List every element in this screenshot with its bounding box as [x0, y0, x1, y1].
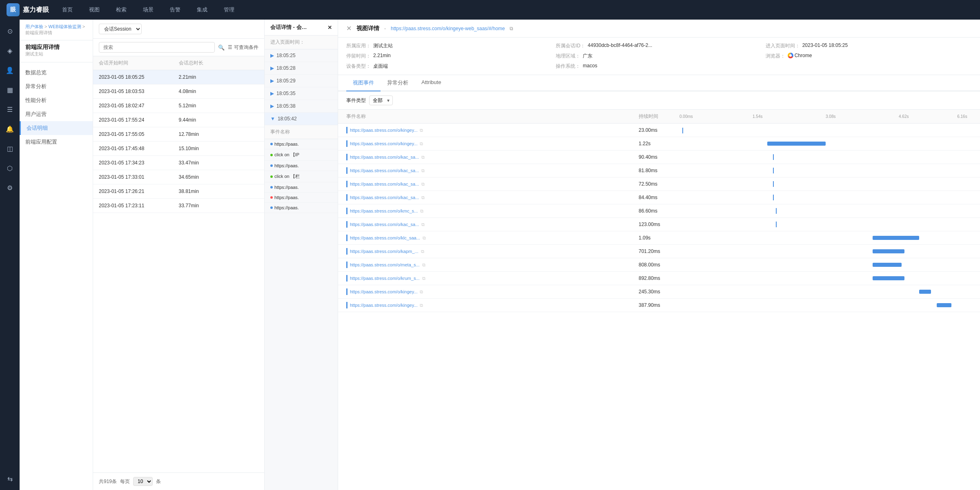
- sidebar-icon-list[interactable]: ☰: [3, 103, 16, 116]
- view-url[interactable]: https://paas.stress.com/o/kingeye-web_sa…: [391, 26, 505, 31]
- sidebar-icon-user[interactable]: 👤: [3, 64, 16, 77]
- menu-session[interactable]: 会话明细: [20, 121, 93, 135]
- sidebar-icon-monitor[interactable]: ◈: [3, 44, 16, 57]
- session-row[interactable]: 2023-01-05 17:34:23 33.47min: [93, 156, 264, 170]
- chrome-circle-icon: [788, 53, 793, 58]
- menu-performance[interactable]: 性能分析: [20, 93, 93, 107]
- event-item[interactable]: https://paas.stress.com/o/kac_sa... ⧉ 12…: [338, 218, 980, 231]
- copy-icon[interactable]: ⧉: [420, 289, 423, 295]
- timeline-row[interactable]: ▶ 18:05:38: [265, 100, 338, 113]
- session-row[interactable]: 2023-01-05 17:26:21 38.81min: [93, 184, 264, 199]
- event-item[interactable]: https://paas.stress.com/o/kac_sa... ⧉ 81…: [338, 164, 980, 177]
- session-row[interactable]: 2023-01-05 17:23:11 33.77min: [93, 199, 264, 213]
- event-item[interactable]: https://paas.stress.com/o/kac_sa... ⧉ 84…: [338, 191, 980, 204]
- event-item[interactable]: https://paas.stress.com/o/kmc_s... ⧉ 86.…: [338, 204, 980, 218]
- menu-data-overview[interactable]: 数据总览: [20, 66, 93, 80]
- event-indicator: [346, 167, 347, 174]
- event-row[interactable]: https://paas.: [265, 203, 338, 213]
- tab-view-events[interactable]: 视图事件: [346, 75, 381, 91]
- sidebar-icon-table[interactable]: ▦: [3, 83, 16, 96]
- session-row[interactable]: 2023-01-05 18:02:47 5.12min: [93, 99, 264, 113]
- event-row[interactable]: click on 【栏: [265, 171, 338, 182]
- menu-user-ops[interactable]: 用户运营: [20, 107, 93, 121]
- sidebar-icon-database[interactable]: ◫: [3, 142, 16, 155]
- close-session-detail[interactable]: ✕: [327, 24, 332, 31]
- page-subtitle: 测试主站: [25, 51, 87, 57]
- nav-search[interactable]: 检索: [113, 4, 130, 15]
- copy-icon[interactable]: ⧉: [421, 222, 425, 227]
- meta-browser: 浏览器： Chrome: [766, 53, 972, 60]
- copy-icon[interactable]: ⧉: [421, 168, 425, 173]
- event-item[interactable]: https://paas.stress.com/o/kingey... ⧉ 24…: [338, 285, 980, 299]
- bar: [873, 236, 920, 240]
- tab-attribute[interactable]: Attribute: [415, 75, 448, 91]
- menu-config[interactable]: 前端应用配置: [20, 135, 93, 149]
- event-type-select[interactable]: 全部: [369, 95, 393, 105]
- session-row[interactable]: 2023-01-05 18:03:53 4.08min: [93, 84, 264, 99]
- session-type-select[interactable]: 会话Session: [99, 24, 142, 34]
- copy-url-icon[interactable]: ⧉: [510, 26, 513, 31]
- session-row[interactable]: 2023-01-05 17:45:48 15.10min: [93, 142, 264, 156]
- copy-icon[interactable]: ⧉: [423, 235, 426, 241]
- nav-view[interactable]: 视图: [86, 4, 103, 15]
- nav-home[interactable]: 首页: [59, 4, 76, 15]
- timeline-row[interactable]: ▶ 18:05:25: [265, 49, 338, 62]
- nav-manage[interactable]: 管理: [220, 4, 238, 15]
- event-item[interactable]: https://paas.stress.com/o/kac_sa... ⧉ 72…: [338, 177, 980, 191]
- close-view-detail-button[interactable]: ✕: [346, 24, 352, 32]
- sidebar-icon-shield[interactable]: ⬡: [3, 162, 16, 175]
- nav-scene[interactable]: 场景: [140, 4, 157, 15]
- per-page-select[interactable]: 10: [133, 477, 153, 486]
- event-item[interactable]: https://paas.stress.com/o/krum_s... ⧉ 89…: [338, 272, 980, 285]
- filter-button[interactable]: ☰ 可查询条件: [228, 44, 258, 51]
- event-row[interactable]: https://paas.: [265, 139, 338, 149]
- timeline-row[interactable]: ▶ 18:05:35: [265, 87, 338, 100]
- sidebar-icon-settings[interactable]: ⚙: [3, 181, 16, 194]
- timeline-row[interactable]: ▶ 18:05:29: [265, 75, 338, 87]
- timeline-row[interactable]: ▶ 18:05:28: [265, 62, 338, 75]
- event-indicator: [346, 248, 347, 255]
- session-row[interactable]: 2023-01-05 18:05:25 2.21min: [93, 70, 264, 84]
- session-row[interactable]: 2023-01-05 17:33:01 34.65min: [93, 170, 264, 184]
- nav-alert[interactable]: 告警: [167, 4, 184, 15]
- timeline-col-header: 进入页面时间：: [265, 35, 338, 49]
- sidebar-icon-home[interactable]: ⊙: [3, 24, 16, 38]
- session-row[interactable]: 2023-01-05 17:55:24 9.44min: [93, 113, 264, 127]
- event-item[interactable]: https://paas.stress.com/o/kac_sa... ⧉ 90…: [338, 151, 980, 164]
- event-row[interactable]: click on 【IP: [265, 149, 338, 161]
- nav-integration[interactable]: 集成: [194, 4, 211, 15]
- copy-icon[interactable]: ⧉: [421, 155, 425, 160]
- events-table-header: 事件名称 持续时间 0.00ms 1.54s 3.08s 4.62s 6.16s: [338, 110, 980, 124]
- event-row[interactable]: https://paas.: [265, 182, 338, 193]
- copy-icon[interactable]: ⧉: [420, 128, 423, 133]
- copy-icon[interactable]: ⧉: [420, 141, 423, 146]
- event-item[interactable]: https://paas.stress.com/o/kingey... ⧉ 1.…: [338, 137, 980, 151]
- event-item[interactable]: https://paas.stress.com/o/kingey... ⧉ 38…: [338, 299, 980, 312]
- copy-icon[interactable]: ⧉: [420, 208, 423, 214]
- breadcrumb-web[interactable]: WEB端体验监测: [49, 24, 81, 29]
- event-dot: [270, 164, 273, 167]
- copy-icon[interactable]: ⧉: [421, 249, 424, 254]
- copy-icon[interactable]: ⧉: [422, 276, 425, 281]
- copy-icon[interactable]: ⧉: [421, 182, 425, 187]
- session-row[interactable]: 2023-01-05 17:55:05 12.78min: [93, 127, 264, 142]
- sidebar-icon-collapse[interactable]: ⇆: [3, 472, 16, 485]
- event-item[interactable]: https://paas.stress.com/o/meta_s... ⧉ 80…: [338, 258, 980, 272]
- main-layout: ⊙ ◈ 👤 ▦ ☰ 🔔 ◫ ⬡ ⚙ ⇆ 用户体验 > WEB端体验监测 > 前端…: [0, 20, 980, 490]
- event-item[interactable]: https://paas.stress.com/o/kapm_... ⧉ 701…: [338, 245, 980, 258]
- event-item[interactable]: https://paas.stress.com/o/kingey... ⧉ 23…: [338, 124, 980, 137]
- event-item[interactable]: https://paas.stress.com/o/klc_saa... ⧉ 1…: [338, 231, 980, 245]
- copy-icon[interactable]: ⧉: [421, 195, 425, 200]
- search-input[interactable]: [99, 42, 215, 53]
- tab-exception-analysis[interactable]: 异常分析: [381, 75, 415, 91]
- breadcrumb-ux[interactable]: 用户体验: [25, 24, 43, 29]
- event-dot: [270, 206, 273, 209]
- copy-icon[interactable]: ⧉: [422, 262, 425, 268]
- sidebar-icon-alert[interactable]: 🔔: [3, 122, 16, 135]
- menu-exception[interactable]: 异常分析: [20, 80, 93, 93]
- copy-icon[interactable]: ⧉: [420, 303, 423, 308]
- timeline-row[interactable]: ▼ 18:05:42: [265, 113, 338, 125]
- event-row[interactable]: https://paas.: [265, 161, 338, 171]
- event-row[interactable]: https://paas.: [265, 193, 338, 203]
- scale-header: 0.00ms 1.54s 3.08s 4.62s 6.16s: [679, 113, 972, 120]
